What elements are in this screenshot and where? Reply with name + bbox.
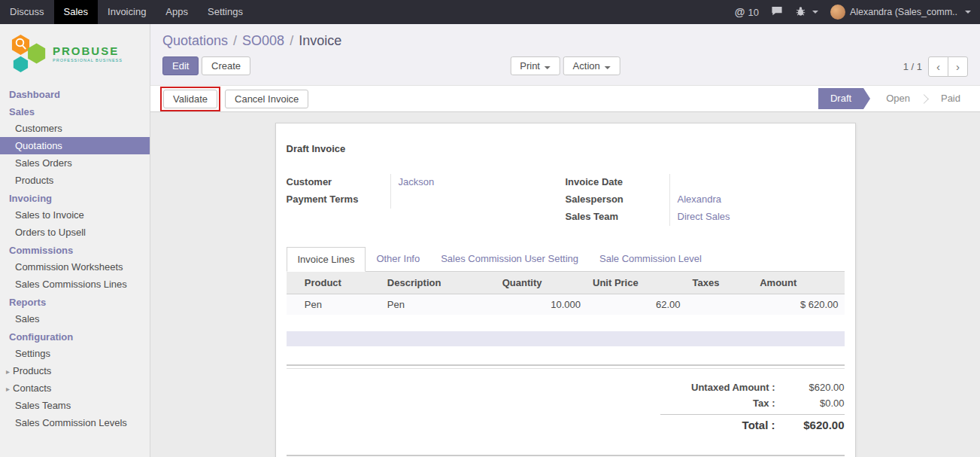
left-field-group: Customer Jackson Payment Terms <box>287 174 566 226</box>
breadcrumb-separator <box>228 33 242 48</box>
sidebar-item-orders-to-upsell[interactable]: Orders to Upsell <box>0 224 150 241</box>
menu-sales[interactable]: Sales <box>54 0 99 24</box>
breadcrumb-so008[interactable]: SO008 <box>242 33 284 48</box>
print-action-group: Print Action <box>510 56 620 75</box>
sidebar-item-customers[interactable]: Customers <box>0 120 150 137</box>
create-button[interactable]: Create <box>202 56 250 75</box>
sidebar-item-label: Contacts <box>13 382 51 394</box>
invoice-title: Draft Invoice <box>287 143 845 154</box>
logo-title: PROBUSE <box>53 45 123 58</box>
validate-button[interactable]: Validate <box>163 90 217 108</box>
sidebar-heading-configuration[interactable]: Configuration <box>0 328 150 345</box>
tab-other-info[interactable]: Other Info <box>366 247 430 272</box>
logo-subtitle: PROFESSIONAL BUSINESS <box>53 58 123 62</box>
sales-team-label: Sales Team <box>566 209 669 226</box>
menu-apps[interactable]: Apps <box>156 0 198 24</box>
notebook-tabs: Invoice Lines Other Info Sales Commissio… <box>287 247 845 272</box>
sidebar-item-commission-worksheets[interactable]: Commission Worksheets <box>0 258 150 276</box>
sidebar-item-label: Products <box>13 365 51 376</box>
mention-count: 10 <box>748 7 758 18</box>
breadcrumb: QuotationsSO008Invoice <box>162 33 968 49</box>
sidebar-item-sales-teams[interactable]: Sales Teams <box>0 397 150 414</box>
print-dropdown-button[interactable]: Print <box>510 56 560 75</box>
header-quantity[interactable]: Quantity <box>496 272 587 294</box>
status-paid[interactable]: Paid <box>929 88 972 109</box>
invoice-form-sheet: Draft Invoice Customer Jackson Payment T… <box>275 123 856 457</box>
sidebar-heading-commissions[interactable]: Commissions <box>0 241 150 258</box>
tab-sale-commission-level[interactable]: Sale Commission Level <box>589 247 712 272</box>
cell-taxes[interactable] <box>687 294 754 315</box>
handle-column <box>287 272 299 294</box>
messages-button[interactable] <box>771 5 783 19</box>
total-value: $620.00 <box>775 419 845 431</box>
sidebar-item-sales-to-invoice[interactable]: Sales to Invoice <box>0 206 150 224</box>
sales-team-value[interactable]: Direct Sales <box>669 209 822 226</box>
row-handle <box>287 294 299 315</box>
status-open[interactable]: Open <box>874 88 922 109</box>
customer-label: Customer <box>287 174 390 191</box>
menu-discuss[interactable]: Discuss <box>0 0 54 24</box>
pager-count: 1 / 1 <box>903 61 922 72</box>
totals-block: Untaxed Amount : $620.00 Tax : $0.00 Tot… <box>660 379 845 434</box>
tab-sales-commission-user-setting[interactable]: Sales Commission User Setting <box>430 247 589 272</box>
sidebar-heading-dashboard[interactable]: Dashboard <box>0 85 150 102</box>
header-amount[interactable]: Amount <box>754 272 844 294</box>
pager-next-button[interactable] <box>948 56 968 77</box>
table-row[interactable]: Pen Pen 10.000 62.00 $ 620.00 <box>287 294 845 315</box>
cancel-invoice-button[interactable]: Cancel Invoice <box>225 90 308 108</box>
customer-value[interactable]: Jackson <box>390 174 543 191</box>
menu-invoicing[interactable]: Invoicing <box>98 0 156 24</box>
header-product[interactable]: Product <box>299 272 381 294</box>
user-name: Alexandra (Sales_comm.. <box>850 7 957 17</box>
breadcrumb-quotations[interactable]: Quotations <box>162 33 228 48</box>
chat-bubble-icon <box>771 5 783 19</box>
cell-quantity[interactable]: 10.000 <box>496 294 587 315</box>
mentions-button[interactable]: 10 <box>735 6 759 18</box>
sidebar-heading-invoicing[interactable]: Invoicing <box>0 189 150 206</box>
action-dropdown-button[interactable]: Action <box>563 56 620 75</box>
tax-label: Tax : <box>753 398 775 409</box>
sidebar-item-reports-sales[interactable]: Sales <box>0 310 150 328</box>
sidebar-item-sales-commissions-lines[interactable]: Sales Commissions Lines <box>0 276 150 293</box>
breadcrumb-current: Invoice <box>299 33 341 48</box>
table-header-row: Product Description Quantity Unit Price … <box>287 272 845 294</box>
salesperson-value[interactable]: Alexandra <box>669 191 822 209</box>
cell-unit-price[interactable]: 62.00 <box>587 294 687 315</box>
untaxed-amount-value: $620.00 <box>775 382 845 393</box>
pager-previous-button[interactable] <box>928 56 948 77</box>
tab-invoice-lines[interactable]: Invoice Lines <box>287 247 366 272</box>
header-unit-price[interactable]: Unit Price <box>587 272 687 294</box>
sidebar-item-config-products[interactable]: Products <box>0 362 150 379</box>
sidebar-item-sales-commission-levels[interactable]: Sales Commission Levels <box>0 414 150 431</box>
cell-amount[interactable]: $ 620.00 <box>754 294 844 315</box>
sidebar-item-products[interactable]: Products <box>0 172 150 189</box>
sidebar-heading-reports[interactable]: Reports <box>0 293 150 310</box>
invoice-date-value <box>669 174 822 191</box>
content-area: Draft Invoice Customer Jackson Payment T… <box>150 112 980 457</box>
at-icon <box>735 6 745 18</box>
control-panel: QuotationsSO008Invoice Edit Create Print… <box>150 24 980 85</box>
debug-menu-button[interactable] <box>795 6 818 19</box>
tax-value: $0.00 <box>775 398 845 409</box>
field-groups: Customer Jackson Payment Terms Invoice D… <box>287 174 845 226</box>
chevron-down-icon <box>605 66 611 69</box>
control-buttons-row: Edit Create Print Action 1 / 1 <box>162 56 968 79</box>
edit-button[interactable]: Edit <box>162 56 199 75</box>
statusbar: Draft Open Paid <box>818 88 972 109</box>
status-draft[interactable]: Draft <box>818 88 863 109</box>
sidebar-item-sales-orders[interactable]: Sales Orders <box>0 154 150 172</box>
user-menu[interactable]: Alexandra (Sales_comm.. <box>830 5 971 20</box>
avatar <box>830 5 845 20</box>
sidebar-item-settings[interactable]: Settings <box>0 345 150 362</box>
header-description[interactable]: Description <box>381 272 496 294</box>
sidebar-item-quotations[interactable]: Quotations <box>0 137 150 154</box>
sidebar-item-contacts[interactable]: Contacts <box>0 379 150 397</box>
status-toolbar: Validate Cancel Invoice Draft Open Paid <box>150 85 980 112</box>
print-label: Print <box>520 60 540 72</box>
cell-product[interactable]: Pen <box>299 294 381 315</box>
bug-icon <box>795 6 806 19</box>
cell-description[interactable]: Pen <box>381 294 496 315</box>
header-taxes[interactable]: Taxes <box>687 272 754 294</box>
menu-settings[interactable]: Settings <box>198 0 253 24</box>
sidebar-heading-sales[interactable]: Sales <box>0 102 150 120</box>
